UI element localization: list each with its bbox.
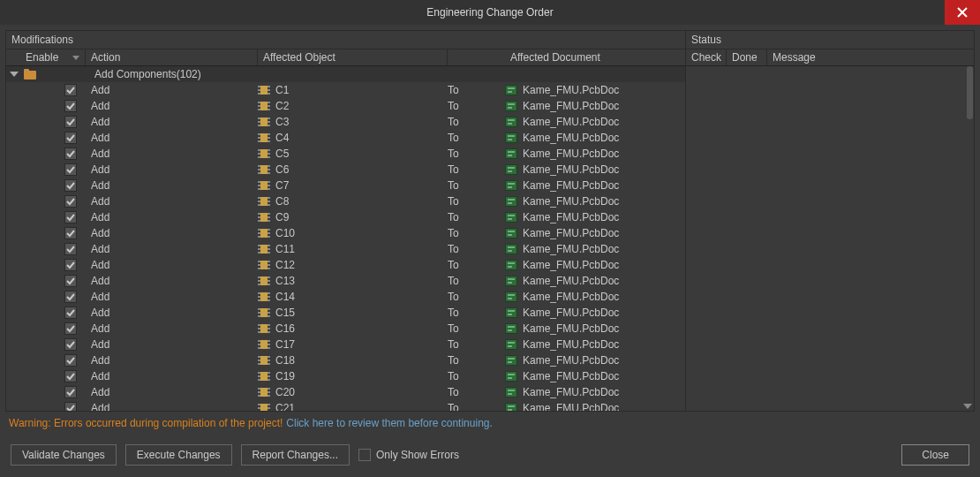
header-affected-object[interactable]: Affected Object bbox=[258, 49, 448, 65]
enable-checkbox[interactable] bbox=[64, 100, 77, 112]
cell-action: Add bbox=[86, 291, 258, 303]
table-row[interactable]: AddC12ToKame_FMU.PcbDoc bbox=[6, 257, 685, 273]
header-action[interactable]: Action bbox=[86, 49, 258, 65]
table-row[interactable]: AddC10ToKame_FMU.PcbDoc bbox=[6, 225, 685, 241]
component-icon bbox=[258, 261, 270, 269]
cell-action: Add bbox=[86, 243, 258, 255]
enable-checkbox[interactable] bbox=[64, 179, 77, 192]
execute-changes-button[interactable]: Execute Changes bbox=[125, 444, 232, 466]
cell-to: To bbox=[448, 322, 505, 335]
modifications-grid-body[interactable]: Add Components(102) AddC1ToKame_FMU.PcbD… bbox=[6, 66, 685, 411]
table-row[interactable]: AddC3ToKame_FMU.PcbDoc bbox=[6, 114, 685, 130]
table-row[interactable]: AddC15ToKame_FMU.PcbDoc bbox=[6, 305, 685, 321]
table-row[interactable]: AddC13ToKame_FMU.PcbDoc bbox=[6, 273, 685, 289]
table-row[interactable]: AddC17ToKame_FMU.PcbDoc bbox=[6, 337, 685, 352]
report-changes-button[interactable]: Report Changes... bbox=[241, 444, 350, 466]
cell-to: To bbox=[448, 275, 505, 287]
table-row[interactable]: AddC5ToKame_FMU.PcbDoc bbox=[6, 146, 685, 162]
enable-checkbox[interactable] bbox=[64, 163, 77, 176]
table-row[interactable]: AddC16ToKame_FMU.PcbDoc bbox=[6, 321, 685, 337]
table-row[interactable]: AddC21ToKame_FMU.PcbDoc bbox=[6, 400, 685, 411]
cell-affected-document: Kame_FMU.PcbDoc bbox=[505, 227, 685, 239]
check-icon bbox=[66, 308, 75, 317]
enable-checkbox[interactable] bbox=[64, 195, 77, 208]
enable-checkbox[interactable] bbox=[64, 402, 77, 411]
cell-to: To bbox=[448, 211, 505, 223]
cell-action: Add bbox=[86, 179, 258, 192]
enable-checkbox[interactable] bbox=[64, 148, 77, 160]
cell-affected-object: C16 bbox=[258, 322, 448, 335]
warning-link[interactable]: Click here to review them before continu… bbox=[286, 417, 492, 429]
enable-checkbox[interactable] bbox=[64, 338, 77, 351]
table-row[interactable]: AddC20ToKame_FMU.PcbDoc bbox=[6, 384, 685, 400]
component-icon bbox=[258, 133, 270, 142]
table-row[interactable]: AddC4ToKame_FMU.PcbDoc bbox=[6, 130, 685, 146]
check-icon bbox=[66, 324, 75, 333]
pcbdoc-icon bbox=[505, 244, 517, 254]
enable-checkbox[interactable] bbox=[64, 259, 77, 271]
pcbdoc-icon bbox=[505, 196, 517, 207]
enable-checkbox[interactable] bbox=[64, 84, 77, 96]
check-icon bbox=[66, 213, 75, 222]
cell-affected-object: C13 bbox=[258, 275, 448, 287]
enable-checkbox[interactable] bbox=[64, 211, 77, 223]
enable-checkbox[interactable] bbox=[64, 354, 77, 367]
table-row[interactable]: AddC9ToKame_FMU.PcbDoc bbox=[6, 209, 685, 225]
table-row[interactable]: AddC11ToKame_FMU.PcbDoc bbox=[6, 241, 685, 257]
group-row[interactable]: Add Components(102) bbox=[6, 66, 685, 82]
enable-checkbox[interactable] bbox=[64, 132, 77, 144]
component-icon bbox=[258, 86, 270, 95]
cell-to: To bbox=[448, 338, 505, 351]
enable-checkbox[interactable] bbox=[64, 322, 77, 335]
header-done[interactable]: Done bbox=[727, 49, 767, 65]
scroll-down-icon[interactable] bbox=[963, 404, 972, 409]
table-row[interactable]: AddC6ToKame_FMU.PcbDoc bbox=[6, 162, 685, 178]
check-icon bbox=[66, 261, 75, 269]
table-row[interactable]: AddC2ToKame_FMU.PcbDoc bbox=[6, 98, 685, 114]
close-button[interactable]: Close bbox=[901, 444, 969, 466]
enable-checkbox[interactable] bbox=[64, 275, 77, 287]
only-show-errors-checkbox[interactable]: Only Show Errors bbox=[358, 449, 459, 461]
cell-action: Add bbox=[86, 354, 258, 367]
header-affected-document[interactable]: Affected Document bbox=[505, 49, 685, 65]
enable-checkbox[interactable] bbox=[64, 116, 77, 128]
enable-checkbox[interactable] bbox=[64, 291, 77, 303]
cell-affected-document: Kame_FMU.PcbDoc bbox=[505, 402, 685, 411]
table-row[interactable]: AddC7ToKame_FMU.PcbDoc bbox=[6, 178, 685, 193]
scrollbar-thumb[interactable] bbox=[967, 66, 973, 119]
check-icon bbox=[66, 149, 75, 158]
pcbdoc-icon bbox=[505, 85, 517, 95]
enable-checkbox[interactable] bbox=[64, 227, 77, 239]
pcbdoc-icon bbox=[505, 355, 517, 366]
pcbdoc-icon bbox=[505, 117, 517, 127]
table-row[interactable]: AddC8ToKame_FMU.PcbDoc bbox=[6, 193, 685, 209]
header-enable[interactable]: Enable bbox=[6, 49, 86, 65]
check-icon bbox=[66, 117, 75, 126]
group-toggle[interactable] bbox=[6, 72, 22, 77]
table-row[interactable]: AddC1ToKame_FMU.PcbDoc bbox=[6, 82, 685, 98]
enable-checkbox[interactable] bbox=[64, 386, 77, 398]
component-icon bbox=[258, 149, 270, 158]
enable-checkbox[interactable] bbox=[64, 307, 77, 319]
component-icon bbox=[258, 324, 270, 333]
table-row[interactable]: AddC14ToKame_FMU.PcbDoc bbox=[6, 289, 685, 305]
check-icon bbox=[66, 181, 75, 190]
cell-to: To bbox=[448, 179, 505, 192]
cell-action: Add bbox=[86, 338, 258, 351]
cell-action: Add bbox=[86, 402, 258, 411]
header-message[interactable]: Message bbox=[767, 49, 974, 65]
pcbdoc-icon bbox=[505, 403, 517, 411]
window-close-button[interactable] bbox=[945, 0, 980, 25]
table-row[interactable]: AddC18ToKame_FMU.PcbDoc bbox=[6, 352, 685, 368]
enable-checkbox[interactable] bbox=[64, 243, 77, 255]
cell-to: To bbox=[448, 163, 505, 176]
enable-checkbox[interactable] bbox=[64, 370, 77, 382]
check-icon bbox=[66, 245, 75, 254]
checkbox-box bbox=[358, 449, 371, 461]
table-row[interactable]: AddC19ToKame_FMU.PcbDoc bbox=[6, 368, 685, 384]
cell-affected-document: Kame_FMU.PcbDoc bbox=[505, 291, 685, 303]
header-check[interactable]: Check bbox=[686, 49, 727, 65]
check-icon bbox=[66, 356, 75, 365]
validate-changes-button[interactable]: Validate Changes bbox=[11, 444, 117, 466]
cell-to: To bbox=[448, 132, 505, 144]
